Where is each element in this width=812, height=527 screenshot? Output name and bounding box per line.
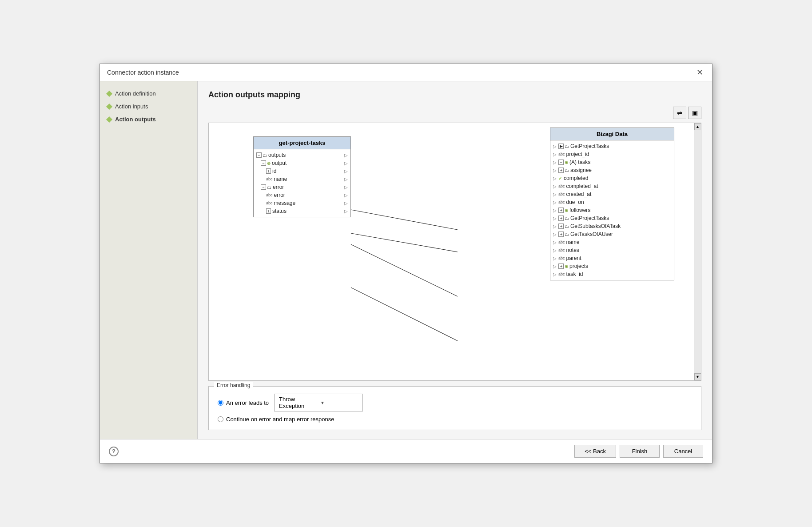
biz-row: ▷ − ⊕ (A) tasks (550, 158, 674, 166)
cancel-button[interactable]: Cancel (663, 445, 703, 458)
link-icon: ⊕ (565, 160, 568, 165)
bizagi-box-body: ▷ ▶ 🗂 GetProjectTasks ▷ abc project_id (550, 140, 674, 280)
row-label: GetProjectTasks (570, 143, 609, 149)
biz-row: ▷ ＋ ⊕ projects (550, 262, 674, 270)
abc-icon: abc (558, 240, 565, 244)
row-label: error (273, 184, 284, 190)
biz-row: ▷ abc parent (550, 254, 674, 262)
folder-icon: 🗂 (565, 144, 569, 149)
sidebar-item-label: Action inputs (115, 103, 148, 110)
canvas-scrollbar[interactable]: ▲ ▼ (694, 123, 701, 380)
folder-icon: 🗂 (267, 185, 271, 190)
arrow-in-icon: ▷ (553, 160, 557, 165)
tree-row: 1 id ▷ (254, 167, 350, 175)
expand-icon[interactable]: − (261, 160, 266, 166)
dialog-footer: ? << Back Finish Cancel (100, 439, 712, 463)
error-handling-section: Error handling An error leads to Throw E… (208, 386, 701, 430)
expand-icon[interactable]: ＋ (558, 216, 564, 221)
radio-label-1[interactable]: An error leads to (218, 399, 269, 406)
row-label: created_at (566, 191, 592, 197)
tree-row: − 🗂 error ▷ (254, 183, 350, 191)
row-label: id (272, 168, 276, 174)
radio-error-leads-to[interactable] (218, 400, 223, 406)
arrow-in-icon: ▷ (553, 256, 557, 261)
row-label: (A) tasks (569, 159, 590, 165)
arrow-in-icon: ▷ (553, 216, 557, 221)
back-button[interactable]: << Back (574, 445, 616, 458)
expand-icon[interactable]: ＋ (558, 208, 564, 213)
biz-row: ▷ ▶ 🗂 GetProjectTasks (550, 142, 674, 150)
row-label: assignee (570, 167, 592, 173)
arrow-out-icon: ▷ (344, 161, 348, 166)
abc-icon: abc (558, 248, 565, 252)
source-box-body: − 🗂 outputs ▷ − ⊕ output ▷ (254, 149, 350, 217)
biz-row: ▷ ＋ 🗂 GetTasksOfAUser (550, 230, 674, 238)
link-icon: ⊕ (565, 264, 568, 269)
arrow-in-icon: ▷ (553, 192, 557, 197)
error-row-1: An error leads to Throw Exception ▼ (218, 394, 692, 411)
footer-buttons: << Back Finish Cancel (574, 445, 703, 458)
biz-row: ▷ abc task_id (550, 270, 674, 278)
layout-icon-button[interactable]: ▣ (688, 107, 701, 119)
row-label: message (274, 200, 296, 206)
expand-icon[interactable]: − (256, 152, 262, 158)
error-row-2: Continue on error and map error response (218, 416, 692, 423)
row-label: GetSubtasksOfATask (570, 223, 621, 229)
mapping-canvas: get-project-tasks − 🗂 outputs ▷ − ⊕ (208, 123, 701, 381)
arrow-in-icon: ▷ (553, 272, 557, 277)
scroll-down-arrow[interactable]: ▼ (694, 373, 701, 380)
dialog-body: Action definition Action inputs Action o… (100, 81, 712, 439)
check-icon: ✓ (558, 176, 562, 181)
arrow-out-icon: ▷ (344, 169, 348, 174)
arrow-out-icon: ▷ (344, 185, 348, 190)
row-label: followers (569, 207, 590, 213)
arrow-in-icon: ▷ (553, 248, 557, 253)
sidebar-item-action-definition[interactable]: Action definition (107, 90, 190, 97)
row-label: due_on (566, 199, 584, 205)
bizagi-box: Bizagi Data ▷ ▶ 🗂 GetProjectTasks ▷ ab (550, 128, 674, 280)
dropdown-arrow-icon: ▼ (320, 400, 358, 405)
diamond-icon (106, 103, 112, 109)
finish-button[interactable]: Finish (620, 445, 660, 458)
connector-action-dialog: Connector action instance ✕ Action defin… (100, 64, 712, 463)
radio-label-2[interactable]: Continue on error and map error response (218, 416, 334, 423)
expand-icon[interactable]: ＋ (558, 168, 564, 173)
sidebar: Action definition Action inputs Action o… (100, 81, 198, 439)
sidebar-item-action-inputs[interactable]: Action inputs (107, 103, 190, 110)
row-label: project_id (566, 151, 589, 157)
arrow-in-icon: ▷ (553, 240, 557, 245)
folder-icon: 🗂 (565, 168, 569, 173)
scroll-up-arrow[interactable]: ▲ (694, 123, 701, 130)
radio-label-text-2: Continue on error and map error response (226, 416, 334, 423)
mapping-icon: ⇌ (677, 109, 682, 116)
biz-row: ▷ ✓ completed (550, 174, 674, 182)
expand-icon[interactable]: − (261, 184, 266, 190)
expand-icon[interactable]: ＋ (558, 232, 564, 237)
bizagi-box-header: Bizagi Data (550, 128, 674, 140)
folder-icon: 🗂 (263, 153, 267, 158)
abc-icon: abc (266, 177, 273, 181)
expand-icon[interactable]: ＋ (558, 264, 564, 269)
link-icon: ⊕ (565, 208, 568, 213)
tree-row: abc message ▷ (254, 199, 350, 207)
arrow-in-icon: ▷ (553, 144, 557, 149)
sidebar-item-action-outputs[interactable]: Action outputs (107, 116, 190, 123)
arrow-out-icon: ▷ (344, 177, 348, 182)
radio-continue-on-error[interactable] (218, 416, 223, 422)
arrow-in-icon: ▷ (553, 200, 557, 205)
abc-icon: abc (558, 184, 565, 188)
svg-line-3 (351, 287, 458, 341)
expand-icon[interactable]: ＋ (558, 224, 564, 229)
diamond-icon (106, 90, 112, 96)
close-button[interactable]: ✕ (695, 68, 705, 76)
abc-icon: abc (266, 201, 273, 205)
help-button[interactable]: ? (109, 447, 119, 456)
expand-icon[interactable]: ▶ (558, 144, 564, 149)
expand-icon[interactable]: − (558, 160, 564, 165)
throw-exception-dropdown[interactable]: Throw Exception ▼ (274, 394, 363, 411)
page-title: Action outputs mapping (208, 90, 701, 100)
diamond-icon (106, 116, 112, 122)
mapping-icon-button[interactable]: ⇌ (673, 107, 686, 119)
sidebar-item-label: Action definition (115, 90, 156, 97)
row-label: parent (566, 255, 581, 261)
